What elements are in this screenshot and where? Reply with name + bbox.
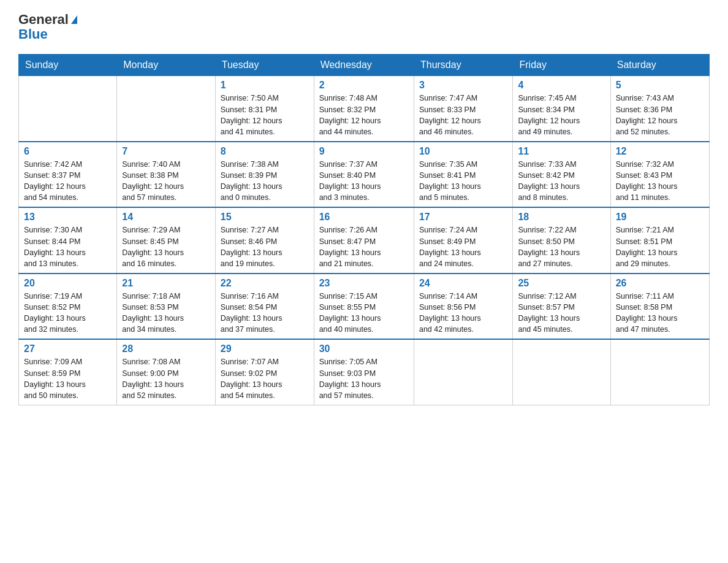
calendar-header: SundayMondayTuesdayWednesdayThursdayFrid… (19, 55, 710, 76)
calendar-cell: 4Sunrise: 7:45 AM Sunset: 8:34 PM Daylig… (513, 76, 610, 142)
calendar-cell (610, 339, 709, 405)
day-number: 9 (319, 146, 409, 157)
day-info: Sunrise: 7:43 AM Sunset: 8:36 PM Dayligh… (616, 93, 704, 137)
day-info: Sunrise: 7:48 AM Sunset: 8:32 PM Dayligh… (319, 93, 409, 137)
day-info: Sunrise: 7:22 AM Sunset: 8:50 PM Dayligh… (518, 224, 605, 269)
day-number: 8 (221, 146, 309, 157)
day-info: Sunrise: 7:29 AM Sunset: 8:45 PM Dayligh… (122, 224, 210, 269)
day-number: 15 (221, 212, 309, 223)
calendar-cell: 24Sunrise: 7:14 AM Sunset: 8:56 PM Dayli… (414, 274, 513, 340)
calendar-cell: 21Sunrise: 7:18 AM Sunset: 8:53 PM Dayli… (117, 274, 216, 340)
calendar-cell: 19Sunrise: 7:21 AM Sunset: 8:51 PM Dayli… (610, 207, 709, 274)
day-info: Sunrise: 7:21 AM Sunset: 8:51 PM Dayligh… (616, 224, 704, 269)
calendar-body: 1Sunrise: 7:50 AM Sunset: 8:31 PM Daylig… (19, 76, 710, 405)
day-number: 10 (419, 146, 508, 157)
calendar-header-row: SundayMondayTuesdayWednesdayThursdayFrid… (19, 55, 710, 76)
calendar-cell: 2Sunrise: 7:48 AM Sunset: 8:32 PM Daylig… (314, 76, 414, 142)
calendar-cell: 23Sunrise: 7:15 AM Sunset: 8:55 PM Dayli… (314, 274, 414, 340)
day-number: 3 (419, 80, 508, 91)
day-number: 11 (518, 146, 605, 157)
calendar-week-row: 27Sunrise: 7:09 AM Sunset: 8:59 PM Dayli… (19, 339, 710, 405)
day-number: 4 (518, 80, 605, 91)
calendar-day-header: Monday (117, 55, 216, 76)
day-info: Sunrise: 7:19 AM Sunset: 8:52 PM Dayligh… (24, 291, 112, 335)
calendar-cell: 8Sunrise: 7:38 AM Sunset: 8:39 PM Daylig… (215, 142, 314, 208)
day-number: 14 (122, 212, 210, 223)
calendar-cell: 17Sunrise: 7:24 AM Sunset: 8:49 PM Dayli… (414, 207, 513, 274)
day-number: 25 (518, 278, 605, 289)
calendar-cell (19, 76, 117, 142)
day-info: Sunrise: 7:42 AM Sunset: 8:37 PM Dayligh… (24, 159, 112, 204)
calendar-cell: 29Sunrise: 7:07 AM Sunset: 9:02 PM Dayli… (215, 339, 314, 405)
day-number: 13 (24, 212, 112, 223)
calendar-week-row: 1Sunrise: 7:50 AM Sunset: 8:31 PM Daylig… (19, 76, 710, 142)
calendar-cell (414, 339, 513, 405)
day-number: 12 (616, 146, 704, 157)
logo-blue-text: Blue (18, 27, 77, 42)
calendar-cell: 14Sunrise: 7:29 AM Sunset: 8:45 PM Dayli… (117, 207, 216, 274)
day-info: Sunrise: 7:09 AM Sunset: 8:59 PM Dayligh… (24, 356, 112, 401)
calendar-cell: 15Sunrise: 7:27 AM Sunset: 8:46 PM Dayli… (215, 207, 314, 274)
calendar-week-row: 6Sunrise: 7:42 AM Sunset: 8:37 PM Daylig… (19, 142, 710, 208)
calendar-cell (117, 76, 216, 142)
calendar-day-header: Tuesday (215, 55, 314, 76)
calendar-week-row: 20Sunrise: 7:19 AM Sunset: 8:52 PM Dayli… (19, 274, 710, 340)
day-number: 30 (319, 343, 409, 354)
calendar-cell: 28Sunrise: 7:08 AM Sunset: 9:00 PM Dayli… (117, 339, 216, 405)
day-number: 24 (419, 278, 508, 289)
day-info: Sunrise: 7:27 AM Sunset: 8:46 PM Dayligh… (221, 224, 309, 269)
calendar-cell: 6Sunrise: 7:42 AM Sunset: 8:37 PM Daylig… (19, 142, 117, 208)
day-number: 1 (221, 80, 309, 91)
logo-triangle-icon (71, 15, 77, 24)
day-info: Sunrise: 7:18 AM Sunset: 8:53 PM Dayligh… (122, 291, 210, 335)
day-number: 28 (122, 343, 210, 354)
day-info: Sunrise: 7:50 AM Sunset: 8:31 PM Dayligh… (221, 93, 309, 137)
calendar-cell: 30Sunrise: 7:05 AM Sunset: 9:03 PM Dayli… (314, 339, 414, 405)
calendar-day-header: Thursday (414, 55, 513, 76)
day-number: 17 (419, 212, 508, 223)
day-number: 26 (616, 278, 704, 289)
day-number: 21 (122, 278, 210, 289)
calendar-cell: 10Sunrise: 7:35 AM Sunset: 8:41 PM Dayli… (414, 142, 513, 208)
day-info: Sunrise: 7:16 AM Sunset: 8:54 PM Dayligh… (221, 291, 309, 335)
day-info: Sunrise: 7:05 AM Sunset: 9:03 PM Dayligh… (319, 356, 409, 401)
day-number: 29 (221, 343, 309, 354)
day-info: Sunrise: 7:30 AM Sunset: 8:44 PM Dayligh… (24, 224, 112, 269)
day-number: 27 (24, 343, 112, 354)
day-number: 7 (122, 146, 210, 157)
calendar-cell: 11Sunrise: 7:33 AM Sunset: 8:42 PM Dayli… (513, 142, 610, 208)
calendar-cell: 9Sunrise: 7:37 AM Sunset: 8:40 PM Daylig… (314, 142, 414, 208)
calendar-cell: 22Sunrise: 7:16 AM Sunset: 8:54 PM Dayli… (215, 274, 314, 340)
calendar-day-header: Sunday (19, 55, 117, 76)
day-number: 20 (24, 278, 112, 289)
calendar-cell: 13Sunrise: 7:30 AM Sunset: 8:44 PM Dayli… (19, 207, 117, 274)
calendar-day-header: Friday (513, 55, 610, 76)
calendar-cell: 1Sunrise: 7:50 AM Sunset: 8:31 PM Daylig… (215, 76, 314, 142)
day-info: Sunrise: 7:15 AM Sunset: 8:55 PM Dayligh… (319, 291, 409, 335)
day-number: 2 (319, 80, 409, 91)
calendar-cell: 16Sunrise: 7:26 AM Sunset: 8:47 PM Dayli… (314, 207, 414, 274)
day-info: Sunrise: 7:38 AM Sunset: 8:39 PM Dayligh… (221, 159, 309, 204)
day-number: 16 (319, 212, 409, 223)
logo: General Blue (18, 12, 77, 42)
calendar-day-header: Wednesday (314, 55, 414, 76)
calendar-cell: 20Sunrise: 7:19 AM Sunset: 8:52 PM Dayli… (19, 274, 117, 340)
page-header: General Blue (18, 12, 710, 42)
calendar-cell: 5Sunrise: 7:43 AM Sunset: 8:36 PM Daylig… (610, 76, 709, 142)
calendar-cell: 12Sunrise: 7:32 AM Sunset: 8:43 PM Dayli… (610, 142, 709, 208)
day-number: 18 (518, 212, 605, 223)
day-info: Sunrise: 7:33 AM Sunset: 8:42 PM Dayligh… (518, 159, 605, 204)
day-info: Sunrise: 7:45 AM Sunset: 8:34 PM Dayligh… (518, 93, 605, 137)
calendar-cell: 25Sunrise: 7:12 AM Sunset: 8:57 PM Dayli… (513, 274, 610, 340)
day-info: Sunrise: 7:07 AM Sunset: 9:02 PM Dayligh… (221, 356, 309, 401)
day-info: Sunrise: 7:12 AM Sunset: 8:57 PM Dayligh… (518, 291, 605, 335)
day-info: Sunrise: 7:26 AM Sunset: 8:47 PM Dayligh… (319, 224, 409, 269)
calendar-cell: 7Sunrise: 7:40 AM Sunset: 8:38 PM Daylig… (117, 142, 216, 208)
day-info: Sunrise: 7:47 AM Sunset: 8:33 PM Dayligh… (419, 93, 508, 137)
day-info: Sunrise: 7:14 AM Sunset: 8:56 PM Dayligh… (419, 291, 508, 335)
day-info: Sunrise: 7:24 AM Sunset: 8:49 PM Dayligh… (419, 224, 508, 269)
day-info: Sunrise: 7:37 AM Sunset: 8:40 PM Dayligh… (319, 159, 409, 204)
day-number: 19 (616, 212, 704, 223)
day-number: 22 (221, 278, 309, 289)
calendar-cell: 26Sunrise: 7:11 AM Sunset: 8:58 PM Dayli… (610, 274, 709, 340)
